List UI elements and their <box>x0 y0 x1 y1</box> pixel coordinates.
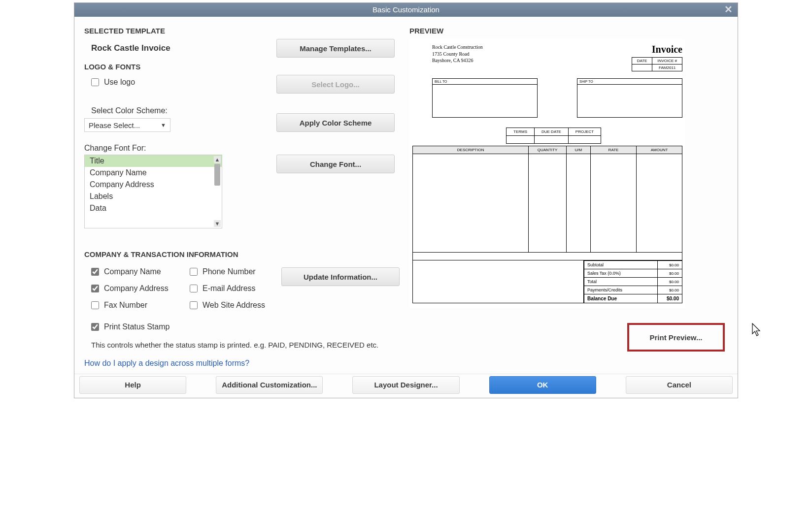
scroll-thumb[interactable] <box>214 164 220 186</box>
phone-number-checkbox[interactable]: Phone Number <box>183 267 281 276</box>
manage-templates-button[interactable]: Manage Templates... <box>276 39 395 58</box>
font-option-labels[interactable]: Labels <box>85 191 222 202</box>
design-across-forms-link[interactable]: How do I apply a design across multiple … <box>84 350 395 374</box>
select-logo-button: Select Logo... <box>276 75 395 94</box>
help-button[interactable]: Help <box>79 376 186 394</box>
invoice-totals-table: Subtotal$0.00 Sales Tax (0.0%)$0.00 Tota… <box>584 260 682 303</box>
print-preview-button[interactable]: Print Preview... <box>634 328 718 347</box>
apply-color-scheme-button[interactable]: Apply Color Scheme <box>276 113 395 132</box>
invoice-company-name: Rock Castle Construction <box>432 44 483 51</box>
template-name: Rock Castle Invoice <box>84 43 170 53</box>
dialog-footer: Help Additional Customization... Layout … <box>74 374 738 398</box>
invoice-company-addr1: 1735 County Road <box>432 51 483 58</box>
layout-designer-button[interactable]: Layout Designer... <box>352 376 459 394</box>
window-title: Basic Customization <box>372 5 440 14</box>
font-option-company-address[interactable]: Company Address <box>85 179 222 191</box>
invoice-meta-table: DATEINVOICE # FAM2011 <box>632 57 682 71</box>
invoice-ship-to-box: SHIP TO <box>577 78 682 118</box>
use-logo-checkbox[interactable]: Use logo <box>84 78 135 87</box>
company-name-checkbox[interactable]: Company Name <box>84 267 183 276</box>
invoice-company-addr2: Bayshore, CA 94326 <box>432 57 483 64</box>
font-option-company-name[interactable]: Company Name <box>85 167 222 179</box>
color-scheme-value: Please Select... <box>89 121 140 129</box>
update-information-button[interactable]: Update Information... <box>281 267 400 286</box>
color-scheme-label: Select Color Scheme: <box>84 106 170 115</box>
fax-number-checkbox[interactable]: Fax Number <box>84 301 183 310</box>
change-font-for-label: Change Font For: <box>84 144 222 153</box>
font-listbox[interactable]: Title Company Name Company Address Label… <box>84 155 222 228</box>
titlebar: Basic Customization ✕ <box>74 3 738 17</box>
email-address-checkbox[interactable]: E-mail Address <box>183 284 281 293</box>
font-option-data[interactable]: Data <box>85 202 222 214</box>
invoice-terms-table: TERMS DUE DATE PROJECT <box>506 128 601 144</box>
selected-template-heading: SELECTED TEMPLATE <box>84 27 395 35</box>
invoice-company-block: Rock Castle Construction 1735 County Roa… <box>412 44 483 71</box>
invoice-lines-table: DESCRIPTION QUANTITY U/M RATE AMOUNT <box>412 146 682 260</box>
company-address-checkbox[interactable]: Company Address <box>84 284 183 293</box>
ok-button[interactable]: OK <box>489 376 596 394</box>
logo-fonts-heading: LOGO & FONTS <box>84 63 395 71</box>
change-font-button[interactable]: Change Font... <box>276 155 395 173</box>
scroll-down-icon[interactable]: ▼ <box>214 220 221 227</box>
color-scheme-select[interactable]: Please Select... ▼ <box>84 118 170 132</box>
additional-customization-button[interactable]: Additional Customization... <box>216 376 323 394</box>
cancel-button[interactable]: Cancel <box>626 376 733 394</box>
basic-customization-window: Basic Customization ✕ SELECTED TEMPLATE … <box>74 2 738 398</box>
website-address-checkbox[interactable]: Web Site Address <box>183 301 281 310</box>
invoice-bill-to-box: BILL TO <box>432 78 538 118</box>
close-icon[interactable]: ✕ <box>724 3 733 17</box>
status-stamp-hint: This controls whether the status stamp i… <box>84 335 395 350</box>
cursor-icon <box>751 323 762 337</box>
company-info-heading: COMPANY & TRANSACTION INFORMATION <box>84 250 395 258</box>
font-option-title[interactable]: Title <box>85 155 222 167</box>
invoice-preview: Rock Castle Construction 1735 County Roa… <box>409 39 685 308</box>
invoice-title: Invoice <box>632 44 682 55</box>
preview-heading: PREVIEW <box>409 27 728 35</box>
scroll-up-icon[interactable]: ▲ <box>214 156 221 163</box>
print-preview-highlight: Print Preview... <box>627 323 725 352</box>
print-status-stamp-checkbox[interactable]: Print Status Stamp <box>84 322 395 331</box>
font-listbox-scrollbar[interactable]: ▲ ▼ <box>214 156 221 227</box>
use-logo-label: Use logo <box>104 78 135 87</box>
chevron-down-icon: ▼ <box>161 122 166 128</box>
